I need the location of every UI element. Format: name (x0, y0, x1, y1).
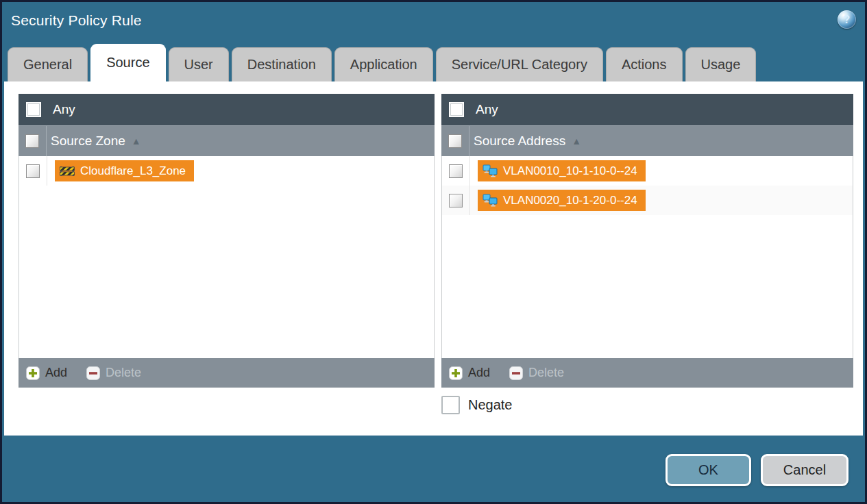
plus-icon (26, 366, 40, 380)
minus-icon (509, 366, 523, 380)
row-checkbox-cell (19, 156, 47, 186)
help-glyph: ? (844, 14, 851, 26)
minus-icon (86, 366, 100, 380)
source-address-any-header: Any (441, 94, 853, 125)
row-checkbox[interactable] (449, 164, 463, 178)
source-zone-footer: Add Delete (19, 358, 435, 388)
add-button[interactable]: Add (449, 366, 490, 380)
page-title: Security Policy Rule (11, 12, 142, 29)
zone-tag-label: Cloudflare_L3_Zone (80, 164, 186, 178)
source-address-any-label: Any (476, 102, 498, 117)
row-checkbox-cell (442, 186, 470, 215)
tab-destination[interactable]: Destination (232, 47, 332, 81)
source-zone-column-title: Source Zone (51, 134, 125, 149)
tab-user[interactable]: User (169, 47, 229, 81)
zone-icon (60, 165, 75, 177)
tab-application[interactable]: Application (334, 47, 433, 81)
dialog-titlebar: Security Policy Rule ? (2, 2, 865, 43)
add-button-label: Add (468, 366, 490, 380)
negate-checkbox[interactable] (441, 396, 460, 414)
source-address-select-all-checkbox[interactable] (448, 134, 462, 148)
ok-button[interactable]: OK (665, 454, 751, 486)
source-address-any-checkbox[interactable] (449, 102, 464, 117)
source-address-column-title: Source Address (474, 134, 565, 149)
delete-button-label: Delete (528, 366, 564, 380)
sort-ascending-icon: ▲ (132, 136, 141, 147)
tab-actions[interactable]: Actions (606, 47, 683, 81)
table-row[interactable]: Cloudflare_L3_Zone (19, 156, 434, 186)
address-tag-label: VLAN0010_10-1-10-0--24 (503, 164, 637, 178)
negate-row: Negate (441, 396, 513, 414)
address-icon (483, 164, 498, 177)
tab-source[interactable]: Source (90, 44, 165, 81)
source-zone-any-checkbox[interactable] (26, 102, 41, 117)
row-checkbox[interactable] (449, 194, 463, 207)
source-zone-any-header: Any (19, 94, 435, 125)
delete-button[interactable]: Delete (86, 366, 141, 380)
source-address-select-all-cell (441, 126, 469, 156)
source-zone-panel: Any Source Zone ▲ (19, 94, 435, 388)
source-tab-content: Any Source Zone ▲ (4, 81, 863, 436)
security-policy-rule-dialog: Security Policy Rule ? General Source Us… (0, 0, 867, 504)
cancel-button[interactable]: Cancel (761, 454, 848, 486)
source-zone-any-label: Any (53, 102, 75, 117)
address-tag[interactable]: VLAN0020_10-1-20-0--24 (478, 190, 646, 211)
source-zone-rows: Cloudflare_L3_Zone (19, 156, 435, 358)
source-address-panel: Any Source Address ▲ (441, 94, 853, 388)
table-row[interactable]: VLAN0020_10-1-20-0--24 (442, 186, 853, 215)
source-address-rows: VLAN0010_10-1-10-0--24 (441, 156, 853, 358)
source-zone-column-header[interactable]: Source Zone ▲ (19, 125, 435, 156)
add-button-label: Add (45, 366, 67, 380)
tab-bar: General Source User Destination Applicat… (8, 44, 859, 81)
panels-container: Any Source Zone ▲ (19, 94, 853, 388)
delete-button-label: Delete (106, 366, 141, 380)
address-icon (483, 194, 498, 207)
tab-service-url-category[interactable]: Service/URL Category (436, 47, 603, 81)
source-address-column-header[interactable]: Source Address ▲ (441, 125, 853, 156)
negate-label: Negate (468, 397, 513, 413)
tab-usage[interactable]: Usage (685, 47, 757, 81)
row-checkbox-cell (442, 156, 470, 186)
address-tag[interactable]: VLAN0010_10-1-10-0--24 (478, 160, 646, 181)
zone-tag[interactable]: Cloudflare_L3_Zone (55, 160, 194, 181)
source-zone-select-all-checkbox[interactable] (25, 134, 39, 148)
add-button[interactable]: Add (26, 366, 67, 380)
source-zone-select-all-cell (19, 126, 47, 156)
delete-button[interactable]: Delete (509, 366, 564, 380)
sort-ascending-icon: ▲ (572, 136, 581, 147)
plus-icon (449, 366, 463, 380)
dialog-button-row: OK Cancel (665, 454, 848, 486)
tab-general[interactable]: General (8, 47, 88, 81)
table-row[interactable]: VLAN0010_10-1-10-0--24 (442, 156, 853, 186)
address-tag-label: VLAN0020_10-1-20-0--24 (503, 194, 637, 207)
row-checkbox[interactable] (26, 164, 40, 178)
help-icon[interactable]: ? (838, 10, 856, 29)
source-address-footer: Add Delete (441, 358, 853, 388)
